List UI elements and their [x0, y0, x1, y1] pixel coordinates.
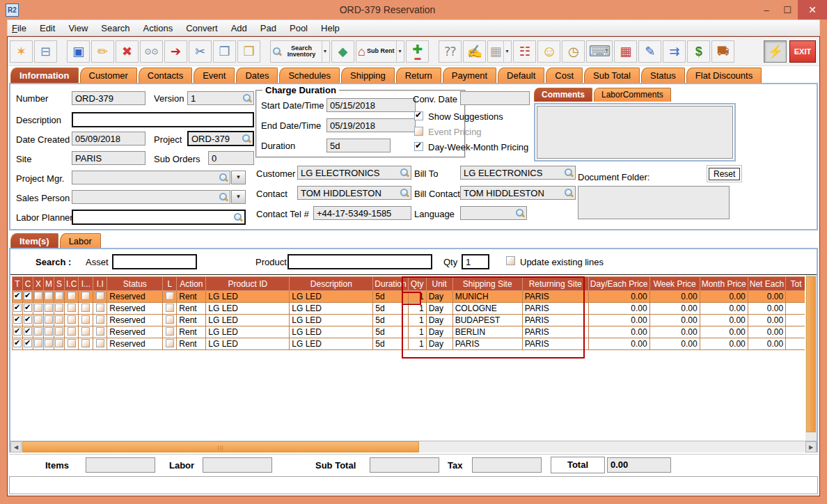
product-search-input[interactable] [288, 254, 432, 269]
bill-to-field[interactable]: LG ELECTRONICS [460, 166, 576, 180]
dropdown-arrow-icon[interactable]: ▾ [396, 41, 402, 62]
col-header-m[interactable]: M [44, 277, 54, 291]
cell-product-id[interactable]: LG LED [206, 326, 290, 338]
cell-duration[interactable]: 5d [373, 315, 408, 326]
checkbox-icon[interactable] [34, 339, 42, 347]
cell-flag-ic[interactable] [65, 326, 79, 338]
version-field[interactable]: 1 [187, 91, 254, 105]
checkbox-icon[interactable] [68, 304, 76, 312]
cell-action[interactable]: Rent [177, 303, 206, 315]
paste-button[interactable]: ❒ [237, 40, 260, 63]
cell-product-id[interactable]: LG LED [206, 338, 290, 350]
minimize-button[interactable]: – [756, 2, 777, 17]
cell-tot[interactable] [786, 291, 807, 303]
calendar-button[interactable]: ▦▾ [487, 40, 512, 63]
bill-contact-field[interactable]: TOM HIDDLESTON [460, 186, 576, 200]
horizontal-scrollbar[interactable]: ◀ ||| ▶ [10, 441, 817, 452]
copy-button[interactable]: ❐ [213, 40, 236, 63]
col-header-duration[interactable]: Duration [373, 277, 408, 291]
tab-customer[interactable]: Customer [80, 68, 137, 84]
table-row[interactable]: ReservedRentLG LEDLG LED5d1DayCOLOGNEPAR… [13, 303, 807, 315]
checkbox-icon[interactable] [34, 327, 42, 336]
description-field[interactable] [72, 112, 254, 127]
show-suggestions-checkbox[interactable] [414, 111, 423, 120]
col-header-unit[interactable]: Unit [426, 277, 452, 291]
cell-net-each[interactable]: 0.00 [748, 338, 785, 350]
delete-button[interactable]: ✖ [116, 40, 139, 63]
checkbox-icon[interactable] [45, 292, 53, 300]
checkbox-icon[interactable] [45, 315, 53, 324]
cell-unit[interactable]: Day [426, 326, 452, 338]
tab-labor[interactable]: Labor [60, 233, 101, 249]
cell-flag-i1[interactable] [79, 315, 93, 326]
col-header-qty[interactable]: Qty [408, 277, 426, 291]
cell-qty[interactable]: 1 [408, 338, 426, 350]
blocks-button[interactable]: ▦ [614, 40, 637, 63]
exit-button[interactable]: EXIT [789, 40, 816, 63]
col-header-i-i[interactable]: I.I [93, 277, 107, 291]
project-mgr-dropdown-icon[interactable]: ▼ [231, 171, 246, 184]
cell-flag-i1[interactable] [79, 338, 93, 350]
cell-l[interactable] [163, 326, 177, 338]
cell-flag-x[interactable] [33, 291, 44, 303]
billing-button[interactable]: $ [687, 40, 710, 63]
customer-lookup-icon[interactable] [400, 168, 409, 178]
cell-month-price[interactable]: 0.00 [700, 326, 748, 338]
menu-search[interactable]: Search [101, 23, 129, 33]
tab-return[interactable]: Return [396, 68, 441, 84]
number-field[interactable]: ORD-379 [72, 91, 145, 105]
language-field[interactable] [460, 206, 527, 220]
cell-action[interactable]: Rent [177, 338, 206, 350]
cell-flag-c[interactable] [23, 315, 33, 326]
col-header-month-price[interactable]: Month Price [700, 277, 748, 291]
checkbox-icon[interactable] [45, 327, 53, 336]
project-mgr-lookup-icon[interactable] [219, 173, 228, 182]
customer-field[interactable]: LG ELECTRONICS [297, 166, 411, 180]
checkbox-icon[interactable] [166, 327, 174, 336]
cell-duration[interactable]: 5d [373, 303, 408, 315]
cell-flag-t[interactable] [13, 303, 23, 315]
checkbox-icon[interactable] [45, 304, 53, 312]
find-binoculars-button[interactable]: ⊙⊙ [140, 40, 163, 63]
cell-shipping-site[interactable]: COLOGNE [452, 303, 522, 315]
edit-pencil-button[interactable]: ✏ [91, 40, 114, 63]
cell-day-each-price[interactable]: 0.00 [588, 291, 649, 303]
checkbox-icon[interactable] [13, 304, 22, 312]
checkbox-icon[interactable] [24, 327, 32, 336]
labor-planner-field[interactable] [72, 210, 246, 225]
cell-flag-ic[interactable] [65, 315, 79, 326]
edit-document-button[interactable]: ✎ [638, 40, 661, 63]
maximize-button[interactable]: ☐ [777, 2, 798, 17]
col-header-c[interactable]: C [23, 277, 33, 291]
cell-description[interactable]: LG LED [290, 291, 373, 303]
checkbox-icon[interactable] [96, 304, 104, 312]
cell-net-each[interactable]: 0.00 [748, 303, 785, 315]
cell-qty[interactable]: 1 [408, 291, 426, 303]
cell-returning-site[interactable]: PARIS [522, 315, 588, 326]
checkbox-icon[interactable] [166, 315, 174, 324]
checkbox-icon[interactable] [68, 327, 76, 336]
cell-l[interactable] [163, 338, 177, 350]
cell-flag-i1[interactable] [79, 326, 93, 338]
cell-shipping-site[interactable]: MUNICH [452, 291, 522, 303]
cell-unit[interactable]: Day [426, 291, 452, 303]
menu-pad[interactable]: Pad [260, 23, 276, 33]
day-week-month-pricing-checkbox[interactable] [414, 142, 423, 151]
cell-flag-m[interactable] [44, 338, 54, 350]
cell-flag-i2[interactable] [93, 315, 107, 326]
checkbox-icon[interactable] [96, 292, 104, 300]
labor-planner-lookup-icon[interactable] [233, 212, 243, 222]
project-lookup-icon[interactable] [242, 134, 251, 143]
cell-description[interactable]: LG LED [290, 315, 373, 326]
cell-l[interactable] [163, 303, 177, 315]
cell-description[interactable]: LG LED [290, 338, 373, 350]
col-header-description[interactable]: Description [290, 277, 373, 291]
menu-help[interactable]: Help [321, 23, 340, 33]
project-field[interactable]: ORD-379 [187, 131, 254, 146]
tab-comments[interactable]: Comments [534, 88, 592, 102]
cell-month-price[interactable]: 0.00 [700, 315, 748, 326]
cell-month-price[interactable]: 0.00 [700, 291, 748, 303]
cell-flag-x[interactable] [33, 315, 44, 326]
checkbox-icon[interactable] [96, 339, 104, 347]
cell-flag-t[interactable] [13, 338, 23, 350]
